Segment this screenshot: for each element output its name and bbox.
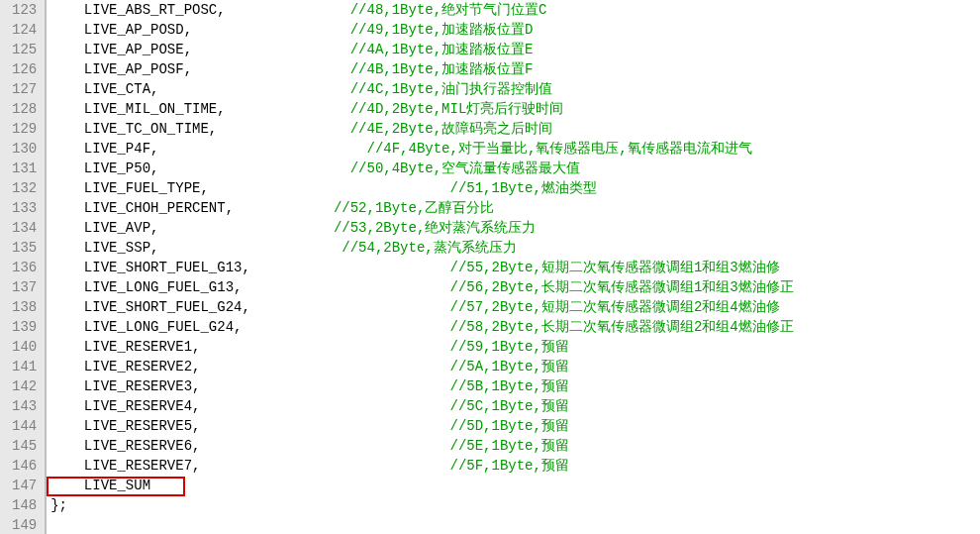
code-token: LIVE_FUEL_TYPE, <box>84 180 209 196</box>
comment-token: //51,1Byte,燃油类型 <box>450 180 597 196</box>
comment-token: //57,2Byte,短期二次氧传感器微调组2和组4燃油修 <box>450 299 780 315</box>
line-number: 124 <box>12 20 37 40</box>
code-token: LIVE_LONG_FUEL_G24, <box>84 319 243 335</box>
line-number: 145 <box>12 436 37 456</box>
line-number: 138 <box>12 297 37 317</box>
comment-token: //4A,1Byte,加速踏板位置E <box>350 42 534 57</box>
comment-token: //5C,1Byte,预留 <box>450 398 569 414</box>
line-number: 125 <box>12 40 37 59</box>
comment-token: //5B,1Byte,预留 <box>450 378 569 394</box>
comment-token: //59,1Byte,预留 <box>450 339 569 355</box>
code-token: }; <box>50 497 67 513</box>
comment-token: //54,2Byte,蒸汽系统压力 <box>342 240 516 256</box>
code-line[interactable]: LIVE_P4F, //4F,4Byte,对于当量比,氧传感器电压,氧传感器电流… <box>50 139 980 159</box>
line-number: 126 <box>12 59 37 79</box>
line-number: 140 <box>12 337 37 357</box>
code-line[interactable]: LIVE_P50, //50,4Byte,空气流量传感器最大值 <box>50 159 980 178</box>
code-line[interactable]: LIVE_MIL_ON_TIME, //4D,2Byte,MIL灯亮后行驶时间 <box>50 99 980 119</box>
code-line[interactable]: LIVE_TC_ON_TIME, //4E,2Byte,故障码亮之后时间 <box>50 119 980 139</box>
code-token: LIVE_RESERVE5, <box>84 418 201 434</box>
code-line[interactable]: LIVE_LONG_FUEL_G24, //58,2Byte,长期二次氧传感器微… <box>50 317 980 337</box>
comment-token: //5D,1Byte,预留 <box>450 418 569 434</box>
comment-token: //4C,1Byte,油门执行器控制值 <box>350 81 552 97</box>
comment-token: //55,2Byte,短期二次氧传感器微调组1和组3燃油修 <box>450 260 780 275</box>
comment-token: //5E,1Byte,预留 <box>450 438 569 454</box>
code-line[interactable]: LIVE_SSP, //54,2Byte,蒸汽系统压力 <box>50 238 980 258</box>
line-number: 127 <box>12 79 37 99</box>
line-number: 134 <box>12 218 37 238</box>
code-token: LIVE_RESERVE2, <box>84 359 201 374</box>
code-token: LIVE_CHOH_PERCENT, <box>84 200 234 216</box>
line-number: 123 <box>12 0 37 20</box>
code-line[interactable]: LIVE_SHORT_FUEL_G13, //55,2Byte,短期二次氧传感器… <box>50 258 980 277</box>
line-number: 132 <box>12 178 37 198</box>
code-line[interactable]: LIVE_SHORT_FUEL_G24, //57,2Byte,短期二次氧传感器… <box>50 297 980 317</box>
code-token: LIVE_SHORT_FUEL_G13, <box>84 260 250 275</box>
code-token: LIVE_AP_POSE, <box>84 42 192 57</box>
code-token: LIVE_RESERVE3, <box>84 378 201 394</box>
comment-token: //56,2Byte,长期二次氧传感器微调组1和组3燃油修正 <box>450 279 794 295</box>
code-line[interactable]: LIVE_RESERVE7, //5F,1Byte,预留 <box>50 456 980 476</box>
code-area[interactable]: LIVE_ABS_RT_POSC, //48,1Byte,绝对节气门位置C LI… <box>47 0 980 534</box>
line-number: 148 <box>12 495 37 515</box>
code-line[interactable]: LIVE_SUM <box>50 476 980 495</box>
code-line[interactable]: LIVE_CHOH_PERCENT, //52,1Byte,乙醇百分比 <box>50 198 980 218</box>
line-number: 133 <box>12 198 37 218</box>
code-line[interactable]: LIVE_AP_POSF, //4B,1Byte,加速踏板位置F <box>50 59 980 79</box>
code-line[interactable]: LIVE_FUEL_TYPE, //51,1Byte,燃油类型 <box>50 178 980 198</box>
code-line[interactable]: LIVE_LONG_FUEL_G13, //56,2Byte,长期二次氧传感器微… <box>50 277 980 297</box>
code-token: LIVE_CTA, <box>84 81 159 97</box>
code-line[interactable]: LIVE_RESERVE4, //5C,1Byte,预留 <box>50 396 980 416</box>
code-token: LIVE_SSP, <box>84 240 159 256</box>
line-number: 147 <box>12 476 37 495</box>
code-token: LIVE_AVP, <box>84 220 159 236</box>
code-line[interactable]: LIVE_AVP, //53,2Byte,绝对蒸汽系统压力 <box>50 218 980 238</box>
line-number: 149 <box>12 515 37 534</box>
code-line[interactable] <box>50 515 980 534</box>
code-line[interactable]: LIVE_ABS_RT_POSC, //48,1Byte,绝对节气门位置C <box>50 0 980 20</box>
line-number: 144 <box>12 416 37 436</box>
comment-token: //50,4Byte,空气流量传感器最大值 <box>350 160 580 176</box>
line-number: 143 <box>12 396 37 416</box>
comment-token: //4F,4Byte,对于当量比,氧传感器电压,氧传感器电流和进气 <box>367 141 752 157</box>
code-token: LIVE_SUM <box>84 478 150 493</box>
comment-token: //58,2Byte,长期二次氧传感器微调组2和组4燃油修正 <box>450 319 794 335</box>
comment-token: //52,1Byte,乙醇百分比 <box>334 200 494 216</box>
comment-token: //5F,1Byte,预留 <box>450 458 569 474</box>
code-line[interactable]: LIVE_RESERVE6, //5E,1Byte,预留 <box>50 436 980 456</box>
code-token: LIVE_AP_POSD, <box>84 22 192 38</box>
comment-token: //53,2Byte,绝对蒸汽系统压力 <box>334 220 536 236</box>
code-line[interactable]: LIVE_RESERVE5, //5D,1Byte,预留 <box>50 416 980 436</box>
line-number: 130 <box>12 139 37 159</box>
code-token: LIVE_RESERVE6, <box>84 438 201 454</box>
code-token: LIVE_RESERVE4, <box>84 398 201 414</box>
comment-token: //4E,2Byte,故障码亮之后时间 <box>350 121 552 137</box>
line-number-gutter: 1231241251261271281291301311321331341351… <box>0 0 45 534</box>
line-number: 141 <box>12 357 37 376</box>
comment-token: //48,1Byte,绝对节气门位置C <box>350 2 547 18</box>
line-number: 139 <box>12 317 37 337</box>
line-number: 131 <box>12 159 37 178</box>
code-editor[interactable]: 1231241251261271281291301311321331341351… <box>0 0 980 534</box>
line-number: 137 <box>12 277 37 297</box>
code-token: LIVE_P50, <box>84 160 159 176</box>
line-number: 135 <box>12 238 37 258</box>
comment-token: //4D,2Byte,MIL灯亮后行驶时间 <box>350 101 564 117</box>
code-line[interactable]: LIVE_AP_POSD, //49,1Byte,加速踏板位置D <box>50 20 980 40</box>
line-number: 128 <box>12 99 37 119</box>
code-token: LIVE_MIL_ON_TIME, <box>84 101 226 117</box>
code-line[interactable]: LIVE_RESERVE2, //5A,1Byte,预留 <box>50 357 980 376</box>
code-token: LIVE_LONG_FUEL_G13, <box>84 279 243 295</box>
code-token: LIVE_AP_POSF, <box>84 61 192 77</box>
code-line[interactable]: LIVE_CTA, //4C,1Byte,油门执行器控制值 <box>50 79 980 99</box>
comment-token: //49,1Byte,加速踏板位置D <box>350 22 534 38</box>
code-line[interactable]: LIVE_RESERVE3, //5B,1Byte,预留 <box>50 376 980 396</box>
code-token: LIVE_P4F, <box>84 141 159 157</box>
code-token: LIVE_ABS_RT_POSC, <box>84 2 226 18</box>
line-number: 136 <box>12 258 37 277</box>
code-line[interactable]: LIVE_AP_POSE, //4A,1Byte,加速踏板位置E <box>50 40 980 59</box>
code-line[interactable]: LIVE_RESERVE1, //59,1Byte,预留 <box>50 337 980 357</box>
code-token: LIVE_RESERVE7, <box>84 458 201 474</box>
comment-token: //5A,1Byte,预留 <box>450 359 569 374</box>
code-line[interactable]: }; <box>50 495 980 515</box>
